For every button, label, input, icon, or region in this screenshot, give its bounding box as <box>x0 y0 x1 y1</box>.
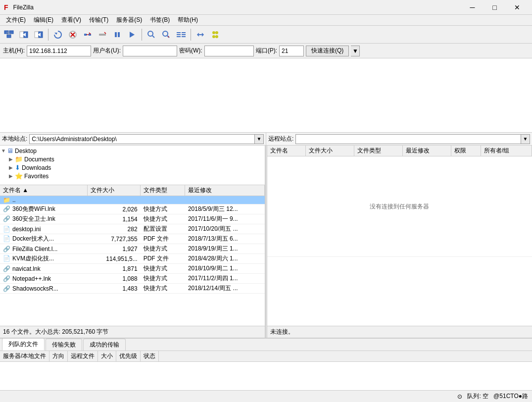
tree-item-downloads[interactable]: ▶ ⬇ Downloads <box>1 163 264 172</box>
col-filename[interactable]: 文件名 ▲ <box>0 185 87 196</box>
rcol-filename[interactable]: 文件名 <box>267 146 306 156</box>
rcol-filetype[interactable]: 文件类型 <box>354 146 403 156</box>
host-label: 主机(H): <box>3 47 25 55</box>
host-input[interactable] <box>27 46 91 56</box>
toolbar-btn3[interactable] <box>32 28 46 42</box>
tree-item-documents[interactable]: ▶ 📁 Documents <box>1 155 264 163</box>
menu-edit[interactable]: 编辑(E) <box>30 15 57 25</box>
cancel-btn[interactable] <box>96 28 109 42</box>
table-row[interactable]: 📄desktop.ini 282配置设置2017/10/20/周五 ... <box>0 224 265 234</box>
disconnect-btn[interactable] <box>81 28 95 42</box>
log-area <box>0 58 532 133</box>
svg-marker-24 <box>130 32 135 38</box>
port-label: 端口(P): <box>256 47 277 55</box>
queue-area: 列队的文件 传输失败 成功的传输 服务器/本地文件 方向 远程文件 大小 优先级… <box>0 338 532 390</box>
rcol-filesize[interactable]: 文件大小 <box>306 146 354 156</box>
app-logo: F <box>4 3 8 11</box>
remote-status-text: 未连接。 <box>270 328 294 336</box>
remote-path-input[interactable] <box>295 134 521 144</box>
svg-rect-33 <box>182 32 186 33</box>
pause-btn[interactable] <box>110 28 124 42</box>
maximize-button[interactable]: □ <box>484 0 506 15</box>
local-status-text: 16 个文件。大小总共: 205,521,760 字节 <box>3 328 108 336</box>
user-input[interactable] <box>123 46 177 56</box>
table-row[interactable]: 📁.. <box>0 196 265 204</box>
col-modified[interactable]: 最近修改 <box>185 185 265 196</box>
menu-bookmark[interactable]: 书签(B) <box>146 15 174 25</box>
tab-successful-transfers[interactable]: 成功的传输 <box>83 339 126 351</box>
col-filetype[interactable]: 文件类型 <box>141 185 185 196</box>
svg-line-26 <box>152 36 154 38</box>
table-row[interactable]: 🔗Notepad++.lnk 1,088快捷方式2017/11/2/周四 1..… <box>0 274 265 284</box>
remote-file-list[interactable]: 文件名 文件大小 文件类型 最近修改 权限 所有者/组 <box>267 146 532 326</box>
table-row[interactable]: 📄Docker技术入... 7,727,355PDF 文件2018/7/13/周… <box>0 234 265 244</box>
rcol-owner[interactable]: 所有者/组 <box>481 146 532 156</box>
table-row[interactable]: 🔗FileZilla Client.l... 1,927快捷方式2018/9/1… <box>0 244 265 254</box>
table-row[interactable]: 🔗navicat.lnk 1,871快捷方式2018/10/9/周二 1... <box>0 264 265 274</box>
menubar: 文件(E) 编辑(E) 查看(V) 传输(T) 服务器(S) 书签(B) 帮助(… <box>0 15 532 26</box>
close-button[interactable]: ✕ <box>506 0 528 15</box>
svg-line-21 <box>104 32 106 34</box>
local-file-list[interactable]: 文件名 ▲ 文件大小 文件类型 最近修改 📁.. <box>0 185 265 326</box>
sync-browse-btn[interactable] <box>193 28 207 42</box>
rcol-modified[interactable]: 最近修改 <box>403 146 451 156</box>
tab-queued-files[interactable]: 列队的文件 <box>2 338 45 351</box>
tab-failed-transfers[interactable]: 传输失败 <box>46 339 82 351</box>
sep3 <box>191 29 191 41</box>
user-label: 用户名(U): <box>93 47 121 55</box>
svg-point-38 <box>212 35 215 38</box>
menu-transfer[interactable]: 传输(T) <box>85 15 112 25</box>
svg-rect-30 <box>177 32 181 33</box>
sep2 <box>142 29 142 41</box>
port-input[interactable] <box>279 46 304 56</box>
pass-input[interactable] <box>204 46 254 56</box>
minimize-button[interactable]: ─ <box>461 0 484 15</box>
svg-rect-1 <box>9 31 13 34</box>
menu-server[interactable]: 服务器(S) <box>112 15 146 25</box>
local-path-input[interactable] <box>29 134 255 144</box>
qcol-status: 状态 <box>141 351 159 361</box>
table-row[interactable]: 🔗360安全卫士.lnk 1,154快捷方式2017/11/6/周一 9... <box>0 214 265 224</box>
svg-rect-22 <box>115 32 117 37</box>
svg-rect-35 <box>182 36 186 37</box>
connect-button[interactable]: 快速连接(Q) <box>306 46 349 56</box>
table-row[interactable]: 🔗ShadowsocksR... 1,483快捷方式2018/12/14/周五 … <box>0 284 265 294</box>
resume-btn[interactable] <box>125 28 139 42</box>
tree-item-desktop[interactable]: ▼ 🖥 Desktop <box>1 147 264 155</box>
table-row[interactable]: 🔗360免费WiFi.lnk 2,026快捷方式2018/5/9/周三 12..… <box>0 204 265 214</box>
local-panel: ▼ 🖥 Desktop ▶ 📁 Documents ▶ ⬇ Do <box>0 146 265 338</box>
remote-file-table: 文件名 文件大小 文件类型 最近修改 权限 所有者/组 <box>267 146 532 257</box>
stop-btn[interactable] <box>66 28 80 42</box>
titlebar: F FileZilla ─ □ ✕ <box>0 0 532 15</box>
site-manager-btn[interactable] <box>2 28 16 42</box>
svg-marker-12 <box>54 33 57 35</box>
table-row[interactable]: 📄KVM虚拟化技... 114,951,5...PDF 文件2018/4/28/… <box>0 254 265 264</box>
local-path-dropdown[interactable]: ▼ <box>255 134 264 144</box>
qcol-direction: 方向 <box>49 351 68 361</box>
remote-path-dropdown[interactable]: ▼ <box>521 134 530 144</box>
pass-label: 密码(W): <box>179 47 202 55</box>
remote-status: 未连接。 <box>267 326 532 338</box>
svg-rect-20 <box>99 34 106 36</box>
svg-rect-16 <box>84 34 87 36</box>
queue-status-text: 队列: 空 <box>467 392 488 401</box>
qcol-size: 大小 <box>98 351 116 361</box>
col-filesize[interactable]: 文件大小 <box>87 185 140 196</box>
search-local-btn[interactable] <box>145 28 158 42</box>
toolbar: + <box>0 26 532 44</box>
refresh-btn[interactable] <box>51 28 65 42</box>
connect-dropdown[interactable]: ▼ <box>351 46 360 56</box>
compare-btn[interactable] <box>174 28 188 42</box>
local-tree[interactable]: ▼ 🖥 Desktop ▶ 📁 Documents ▶ ⬇ Do <box>0 146 265 185</box>
rcol-perm[interactable]: 权限 <box>451 146 481 156</box>
toolbar-btn2[interactable] <box>17 28 31 42</box>
config-btn[interactable] <box>208 28 222 42</box>
svg-rect-32 <box>177 36 181 37</box>
svg-rect-31 <box>177 34 181 35</box>
tree-item-favorites[interactable]: ▶ ⭐ Favorites <box>1 172 264 180</box>
filter-btn[interactable]: + <box>159 28 173 42</box>
menu-view[interactable]: 查看(V) <box>57 15 85 25</box>
menu-help[interactable]: 帮助(H) <box>174 15 202 25</box>
svg-point-37 <box>215 31 218 34</box>
menu-file[interactable]: 文件(E) <box>2 15 30 25</box>
